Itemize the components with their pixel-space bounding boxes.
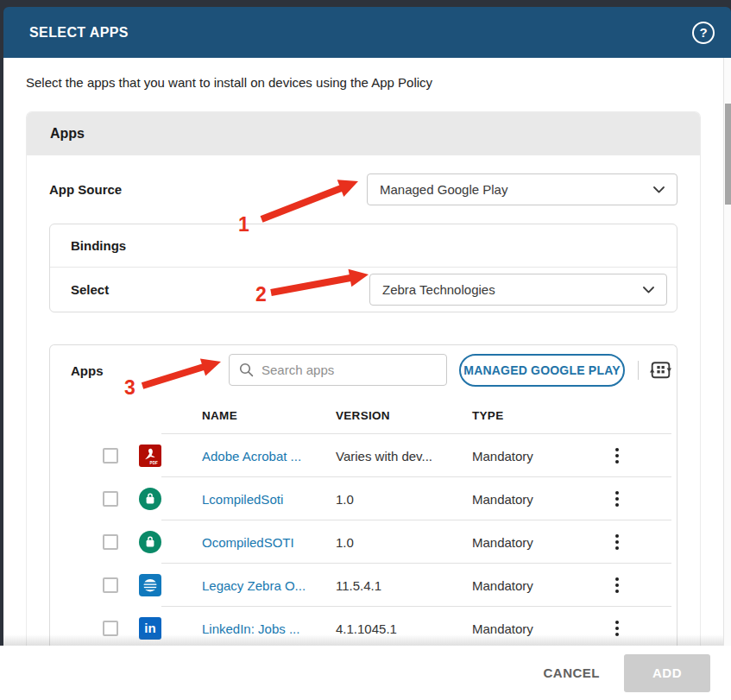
app-type: Mandatory xyxy=(472,449,533,464)
dialog-body: Select the apps that you want to install… xyxy=(3,58,731,646)
table-row: Legacy Zebra O... 11.5.4.1 Mandatory xyxy=(50,564,677,607)
play-store-app-icon xyxy=(139,531,161,553)
table-row: LcompiledSoti 1.0 Mandatory xyxy=(50,477,677,520)
bindings-box: Bindings Select Zebra Technologies xyxy=(49,224,677,312)
sync-apps-icon[interactable] xyxy=(647,357,674,383)
column-header-version: VERSION xyxy=(336,408,390,421)
cancel-button[interactable]: CANCEL xyxy=(544,665,601,680)
kebab-menu-icon[interactable] xyxy=(608,575,626,596)
apps-panel: Apps App Source Managed Google Play Bind… xyxy=(26,111,701,646)
apps-toolbar: Apps MANAGED GOOGLE PLAY xyxy=(50,345,677,395)
app-name-link[interactable]: LinkedIn: Jobs ... xyxy=(202,621,299,636)
scroll-fade xyxy=(3,634,731,646)
managed-google-play-button[interactable]: MANAGED GOOGLE PLAY xyxy=(459,354,625,387)
binding-dropdown[interactable]: Zebra Technologies xyxy=(369,274,667,306)
app-name-link[interactable]: LcompiledSoti xyxy=(202,492,283,507)
scrollbar-track[interactable] xyxy=(723,58,731,646)
app-version: 1.0 xyxy=(336,492,354,507)
row-checkbox[interactable] xyxy=(103,577,118,593)
app-version: Varies with dev... xyxy=(336,449,432,464)
scrollbar-thumb[interactable] xyxy=(725,104,731,205)
app-name-link[interactable]: OcompiledSOTI xyxy=(202,535,294,550)
apps-table: NAME VERSION TYPE PDF xyxy=(50,395,677,646)
row-checkbox[interactable] xyxy=(103,448,118,464)
app-version: 1.0 xyxy=(336,535,354,550)
svg-text:PDF: PDF xyxy=(150,461,158,465)
apps-list-label: Apps xyxy=(71,363,104,378)
chevron-down-icon xyxy=(643,287,654,293)
app-version: 11.5.4.1 xyxy=(336,578,381,593)
app-source-row: App Source Managed Google Play xyxy=(49,167,677,212)
app-type: Mandatory xyxy=(472,578,533,593)
add-button[interactable]: ADD xyxy=(624,654,710,692)
app-name-link[interactable]: Adobe Acrobat ... xyxy=(202,449,301,464)
search-icon xyxy=(239,363,254,377)
kebab-menu-icon[interactable] xyxy=(608,532,626,552)
apps-panel-title: Apps xyxy=(27,112,700,155)
app-source-selected-value: Managed Google Play xyxy=(380,182,507,197)
adobe-acrobat-icon: PDF xyxy=(139,445,161,467)
bindings-title: Bindings xyxy=(71,238,126,253)
app-source-label: App Source xyxy=(49,182,122,197)
zebra-app-icon xyxy=(139,574,161,596)
toolbar-divider xyxy=(638,361,639,380)
apps-panel-body: App Source Managed Google Play Bindings … xyxy=(27,155,700,646)
play-store-app-icon xyxy=(139,488,161,510)
bindings-title-row: Bindings xyxy=(50,224,677,268)
search-box xyxy=(229,354,447,386)
chevron-down-icon xyxy=(653,186,665,193)
table-row: PDF Adobe Acrobat ... Varies with dev...… xyxy=(50,434,677,477)
intro-text: Select the apps that you want to install… xyxy=(3,58,731,90)
dialog-title: SELECT APPS xyxy=(29,25,129,41)
app-type: Mandatory xyxy=(472,621,533,636)
app-type: Mandatory xyxy=(472,492,533,507)
app-source-dropdown[interactable]: Managed Google Play xyxy=(367,173,677,205)
kebab-menu-icon[interactable] xyxy=(608,445,626,466)
apps-list-box: Apps MANAGED GOOGLE PLAY xyxy=(49,344,677,646)
search-apps-input[interactable] xyxy=(262,363,437,377)
binding-selected-value: Zebra Technologies xyxy=(382,282,495,297)
row-checkbox[interactable] xyxy=(103,491,118,507)
table-row: OcompiledSOTI 1.0 Mandatory xyxy=(50,520,677,564)
binding-select-label: Select xyxy=(71,282,109,297)
dialog-header: SELECT APPS ? xyxy=(3,7,731,58)
table-header-row: NAME VERSION TYPE xyxy=(50,395,677,434)
app-name-link[interactable]: Legacy Zebra O... xyxy=(202,578,306,593)
column-header-type: TYPE xyxy=(472,408,503,421)
app-type: Mandatory xyxy=(472,535,533,550)
help-icon[interactable]: ? xyxy=(692,22,715,44)
row-checkbox[interactable] xyxy=(103,534,118,550)
column-header-name: NAME xyxy=(202,408,237,421)
dialog-footer: CANCEL ADD xyxy=(0,646,731,700)
binding-select-row: Select Zebra Technologies xyxy=(50,268,677,312)
app-version: 4.1.1045.1 xyxy=(336,621,397,636)
kebab-menu-icon[interactable] xyxy=(608,489,626,509)
